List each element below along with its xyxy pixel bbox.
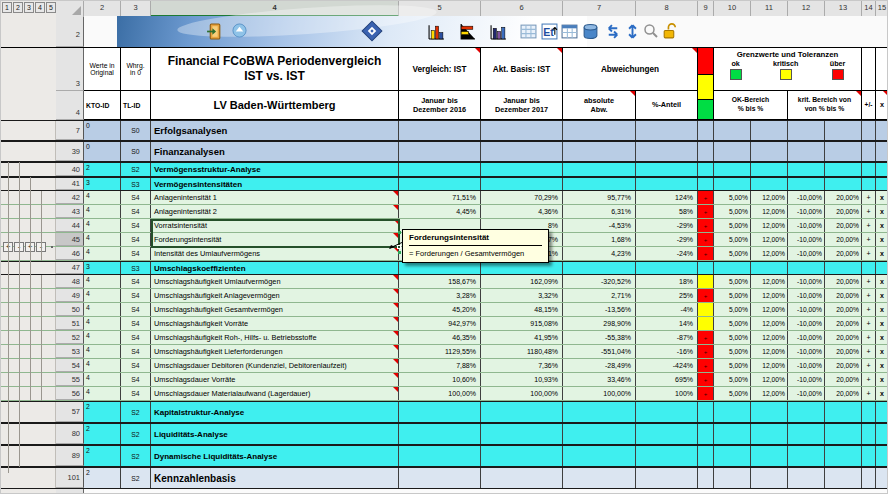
- value-2016[interactable]: [399, 163, 481, 176]
- cell-kto-id[interactable]: 2: [84, 163, 121, 176]
- plusminus-cell[interactable]: [862, 163, 876, 176]
- limit-ok-to[interactable]: [751, 468, 788, 488]
- value-abs[interactable]: 95,77%: [563, 191, 636, 204]
- cell-kto-id[interactable]: 2: [84, 446, 121, 466]
- row-header-42[interactable]: 42: [56, 191, 84, 204]
- plusminus-cell[interactable]: +: [862, 359, 876, 372]
- value-2016[interactable]: 10,60%: [399, 373, 481, 386]
- limit-ok-from[interactable]: [714, 178, 751, 190]
- value-pct[interactable]: 100%: [636, 387, 698, 400]
- grenzwerte-header-cell[interactable]: Grenzwerte und Toleranzen ok kritisch üb…: [714, 48, 862, 91]
- cell-kto-id[interactable]: 4: [84, 345, 121, 358]
- x-cell[interactable]: x: [876, 373, 888, 386]
- row-header-49[interactable]: 49: [56, 289, 84, 302]
- row-header-45[interactable]: 45: [56, 233, 84, 246]
- limit-ok-to[interactable]: [751, 142, 788, 161]
- value-2016[interactable]: [399, 468, 481, 488]
- limit-krit-to[interactable]: [825, 262, 862, 274]
- limit-ok-from[interactable]: [714, 424, 751, 444]
- limit-ok-from[interactable]: 5,00%: [714, 247, 751, 260]
- x-cell[interactable]: x: [876, 275, 888, 288]
- x-cell[interactable]: x: [876, 331, 888, 344]
- limit-krit-to[interactable]: 20,00%: [825, 373, 862, 386]
- limit-ok-to[interactable]: 12,00%: [751, 345, 788, 358]
- limit-ok-to[interactable]: 12,00%: [751, 317, 788, 330]
- column-header-15[interactable]: 15: [876, 1, 888, 17]
- value-pct[interactable]: 14%: [636, 317, 698, 330]
- value-pct[interactable]: 695%: [636, 373, 698, 386]
- value-abs[interactable]: [563, 142, 636, 161]
- cell-tl-id[interactable]: S4: [121, 219, 151, 232]
- plusminus-cell[interactable]: +: [862, 331, 876, 344]
- limit-ok-from[interactable]: 5,00%: [714, 205, 751, 218]
- value-pct[interactable]: [636, 424, 698, 444]
- value-pct[interactable]: -29%: [636, 219, 698, 232]
- cell-tl-id[interactable]: S2: [121, 402, 151, 422]
- cell-tl-id[interactable]: S2: [121, 468, 151, 488]
- period-2017-header[interactable]: Januar bis Dezember 2017: [481, 91, 563, 120]
- limit-krit-from[interactable]: [788, 142, 825, 161]
- value-pct[interactable]: [636, 402, 698, 422]
- value-abs[interactable]: 2,71%: [563, 289, 636, 302]
- value-2016[interactable]: [399, 446, 481, 466]
- value-2016[interactable]: [399, 178, 481, 190]
- row-header-39[interactable]: 39: [56, 142, 84, 161]
- limit-ok-to[interactable]: 12,00%: [751, 219, 788, 232]
- plusminus-cell[interactable]: +: [862, 303, 876, 316]
- whrg-header-cell[interactable]: Whrg. in 0: [121, 48, 151, 91]
- status-cell[interactable]: [698, 402, 714, 422]
- limit-ok-to[interactable]: [751, 163, 788, 176]
- limit-krit-to[interactable]: [825, 142, 862, 161]
- plusminus-cell[interactable]: +: [862, 317, 876, 330]
- value-abs[interactable]: 1,68%: [563, 233, 636, 246]
- value-2017[interactable]: 1180,48%: [481, 345, 563, 358]
- value-2016[interactable]: 3,28%: [399, 289, 481, 302]
- cell-kto-id[interactable]: 4: [84, 387, 121, 400]
- limit-ok-from[interactable]: [714, 446, 751, 466]
- value-abs[interactable]: [563, 121, 636, 140]
- x-cell[interactable]: x: [876, 191, 888, 204]
- cell-tl-id[interactable]: S2: [121, 446, 151, 466]
- tl-id-header[interactable]: TL-ID: [121, 91, 151, 120]
- cell-kto-id[interactable]: 4: [84, 289, 121, 302]
- x-cell[interactable]: [876, 446, 888, 466]
- x-cell[interactable]: [876, 424, 888, 444]
- plusminus-cell[interactable]: +: [862, 345, 876, 358]
- section-label[interactable]: Dynamische Liquiditäts-Analyse: [151, 446, 399, 466]
- value-abs[interactable]: -551,04%: [563, 345, 636, 358]
- value-abs[interactable]: 298,90%: [563, 317, 636, 330]
- entity-header[interactable]: LV Baden-Württemberg: [151, 91, 399, 120]
- value-2016[interactable]: 4,45%: [399, 205, 481, 218]
- x-cell[interactable]: [876, 142, 888, 161]
- limit-ok-to[interactable]: 12,00%: [751, 275, 788, 288]
- plusminus-cell[interactable]: [862, 178, 876, 190]
- value-abs[interactable]: -4,53%: [563, 219, 636, 232]
- outline-level-5-button[interactable]: 5: [46, 2, 56, 13]
- limit-ok-to[interactable]: [751, 402, 788, 422]
- status-cell[interactable]: [698, 275, 714, 288]
- value-abs[interactable]: 33,46%: [563, 373, 636, 386]
- status-cell[interactable]: +: [698, 387, 714, 400]
- cell-tl-id[interactable]: S4: [121, 233, 151, 246]
- kpi-label[interactable]: Umschlagsdauer Debitoren (Kundenziel, De…: [151, 359, 399, 372]
- x-cell[interactable]: x: [876, 345, 888, 358]
- value-2017[interactable]: 41,95%: [481, 331, 563, 344]
- limit-ok-from[interactable]: [714, 402, 751, 422]
- cell-kto-id[interactable]: 4: [84, 275, 121, 288]
- pct-anteil-header[interactable]: %-Anteil: [636, 91, 698, 120]
- limit-krit-to[interactable]: 20,00%: [825, 233, 862, 246]
- row-header-54[interactable]: 54: [56, 359, 84, 372]
- status-cell[interactable]: +: [698, 289, 714, 302]
- cell-kto-id[interactable]: 2: [84, 424, 121, 444]
- column-header-3[interactable]: 3: [121, 1, 151, 17]
- limit-krit-to[interactable]: 20,00%: [825, 303, 862, 316]
- limit-ok-from[interactable]: [714, 163, 751, 176]
- limit-ok-from[interactable]: 5,00%: [714, 191, 751, 204]
- cell-tl-id[interactable]: S2: [121, 424, 151, 444]
- cell-kto-id[interactable]: 4: [84, 359, 121, 372]
- value-2017[interactable]: [481, 163, 563, 176]
- select-all-corner[interactable]: [56, 1, 84, 17]
- limit-krit-from[interactable]: -10,00%: [788, 219, 825, 232]
- plusminus-cell[interactable]: [862, 262, 876, 274]
- limit-ok-from[interactable]: 5,00%: [714, 219, 751, 232]
